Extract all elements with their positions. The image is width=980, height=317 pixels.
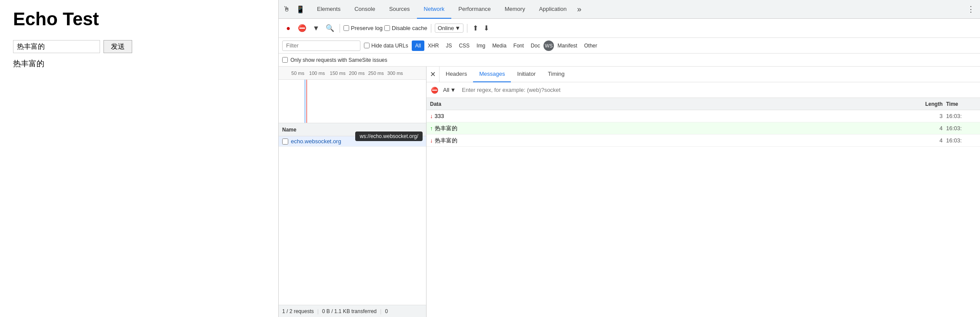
divider-1 bbox=[340, 24, 340, 33]
record-icon[interactable]: ● bbox=[282, 22, 294, 34]
devtools-panel: 🖱 📱 Elements Console Sources Network Per… bbox=[278, 0, 980, 317]
tab-headers[interactable]: Headers bbox=[440, 67, 473, 82]
message-time: 16:03: bbox=[946, 137, 977, 144]
arrow-down-icon-2: ↓ bbox=[430, 137, 433, 144]
filter-all[interactable]: All bbox=[412, 40, 424, 51]
requests-spacer bbox=[279, 147, 426, 305]
divider-3 bbox=[467, 24, 467, 33]
messages-header: Data Length Time bbox=[427, 98, 980, 110]
filter-manifest[interactable]: Manifest bbox=[554, 40, 580, 51]
input-row: 发送 bbox=[13, 40, 265, 53]
tick-100ms: 100 ms bbox=[309, 71, 325, 76]
request-checkbox[interactable] bbox=[282, 138, 288, 145]
devtools-main: 50 ms 100 ms 150 ms 200 ms 250 ms 300 ms… bbox=[279, 67, 980, 317]
filter-doc[interactable]: Doc bbox=[527, 40, 543, 51]
disable-cache-label[interactable]: Disable cache bbox=[384, 25, 427, 31]
message-time: 16:03: bbox=[946, 113, 977, 119]
page-title: Echo Test bbox=[13, 9, 265, 30]
arrow-up-icon: ↑ bbox=[430, 125, 433, 132]
messages-all-select[interactable]: All ▼ bbox=[440, 86, 458, 94]
network-toolbar: ● ⛔ ▼ 🔍 Preserve log Disable cache Onlin… bbox=[279, 19, 980, 38]
devtools-tab-bar: 🖱 📱 Elements Console Sources Network Per… bbox=[279, 0, 980, 19]
messages-filter-bar: ⛔ All ▼ bbox=[427, 82, 980, 98]
filter-types: All XHR JS CSS Img Media Font Doc WS Man… bbox=[412, 40, 601, 51]
preserve-log-label[interactable]: Preserve log bbox=[343, 25, 383, 31]
tick-300ms: 300 ms bbox=[387, 71, 403, 76]
samesite-row: Only show requests with SameSite issues bbox=[279, 54, 980, 67]
tick-200ms: 200 ms bbox=[349, 71, 365, 76]
throttle-select[interactable]: Online ▼ bbox=[435, 24, 463, 33]
divider-2 bbox=[431, 24, 431, 33]
filter-icon[interactable]: ▼ bbox=[310, 22, 322, 34]
message-length: 3 bbox=[911, 113, 946, 119]
clear-icon[interactable]: ⛔ bbox=[296, 22, 308, 34]
disable-cache-checkbox[interactable] bbox=[384, 25, 390, 31]
samesite-checkbox[interactable] bbox=[282, 57, 288, 63]
tab-timing[interactable]: Timing bbox=[542, 67, 571, 82]
timeline-canvas bbox=[279, 80, 426, 123]
arrow-down-icon: ↓ bbox=[430, 113, 433, 119]
message-data: 热丰富的 bbox=[435, 125, 912, 132]
message-row[interactable]: ↓ 333 3 16:03: bbox=[427, 110, 980, 122]
timeline-marker-red bbox=[307, 80, 307, 123]
filter-js[interactable]: JS bbox=[442, 40, 455, 51]
devtools-icons: 🖱 📱 bbox=[280, 3, 307, 15]
device-icon[interactable]: 📱 bbox=[294, 3, 307, 15]
filter-xhr[interactable]: XHR bbox=[424, 40, 442, 51]
status-extra: 0 bbox=[385, 308, 388, 314]
message-row[interactable]: ↑ 热丰富的 4 16:03: bbox=[427, 122, 980, 135]
preserve-log-checkbox[interactable] bbox=[343, 25, 349, 31]
devtools-menu-icon[interactable]: ⋮ bbox=[963, 3, 978, 16]
filter-media[interactable]: Media bbox=[489, 40, 510, 51]
tick-250ms: 250 ms bbox=[368, 71, 384, 76]
col-data: Data bbox=[430, 101, 911, 107]
message-data: 333 bbox=[435, 113, 912, 119]
request-name: echo.websocket.org bbox=[291, 138, 341, 145]
send-button[interactable]: 发送 bbox=[103, 40, 132, 53]
export-icon[interactable]: ⬇ bbox=[482, 22, 491, 34]
echo-output: 热丰富的 bbox=[13, 58, 265, 69]
tab-memory[interactable]: Memory bbox=[498, 0, 532, 19]
filter-other[interactable]: Other bbox=[581, 40, 601, 51]
requests-panel: 50 ms 100 ms 150 ms 200 ms 250 ms 300 ms… bbox=[279, 67, 427, 317]
tab-performance[interactable]: Performance bbox=[451, 0, 497, 19]
tab-console[interactable]: Console bbox=[347, 0, 382, 19]
messages-table: Data Length Time ↓ 333 3 16:03: ↑ 热丰富的 4… bbox=[427, 98, 980, 317]
tick-50ms: 50 ms bbox=[291, 71, 304, 76]
tab-network[interactable]: Network bbox=[417, 0, 452, 19]
status-bar: 1 / 2 requests | 0 B / 1.1 KB transferre… bbox=[279, 305, 426, 317]
message-time: 16:03: bbox=[946, 125, 977, 132]
left-panel: Echo Test 发送 热丰富的 bbox=[0, 0, 278, 317]
filter-input[interactable] bbox=[282, 40, 360, 51]
col-time: Time bbox=[946, 101, 977, 107]
col-length: Length bbox=[911, 101, 946, 107]
filter-css[interactable]: CSS bbox=[455, 40, 473, 51]
filter-font[interactable]: Font bbox=[510, 40, 527, 51]
filter-ws[interactable]: WS bbox=[543, 40, 554, 51]
status-transferred: 0 B / 1.1 KB transferred bbox=[322, 308, 377, 314]
hide-data-urls-checkbox[interactable] bbox=[364, 43, 370, 48]
detail-close-button[interactable]: ✕ bbox=[427, 67, 440, 82]
tick-150ms: 150 ms bbox=[330, 71, 346, 76]
hide-data-urls-label[interactable]: Hide data URLs bbox=[364, 43, 408, 49]
messages-filter-input[interactable] bbox=[460, 86, 977, 94]
inspect-icon[interactable]: 🖱 bbox=[280, 3, 293, 15]
message-input[interactable] bbox=[13, 40, 100, 53]
message-data: 热丰富的 bbox=[435, 137, 912, 145]
tab-initiator[interactable]: Initiator bbox=[511, 67, 542, 82]
request-row[interactable]: echo.websocket.org ws://echo.websocket.o… bbox=[279, 136, 426, 147]
filter-bar: Hide data URLs All XHR JS CSS Img Media … bbox=[279, 38, 980, 54]
throttle-chevron: ▼ bbox=[455, 25, 460, 31]
tab-messages[interactable]: Messages bbox=[473, 67, 511, 82]
message-length: 4 bbox=[911, 137, 946, 144]
tab-sources[interactable]: Sources bbox=[382, 0, 417, 19]
tab-elements[interactable]: Elements bbox=[310, 0, 347, 19]
status-requests: 1 / 2 requests bbox=[282, 308, 314, 314]
filter-img[interactable]: Img bbox=[473, 40, 489, 51]
message-row[interactable]: ↓ 热丰富的 4 16:03: bbox=[427, 135, 980, 147]
tab-application[interactable]: Application bbox=[532, 0, 574, 19]
search-icon[interactable]: 🔍 bbox=[324, 22, 336, 34]
message-length: 4 bbox=[911, 125, 946, 132]
import-icon[interactable]: ⬆ bbox=[471, 22, 480, 34]
more-tabs-icon[interactable]: » bbox=[573, 5, 585, 14]
